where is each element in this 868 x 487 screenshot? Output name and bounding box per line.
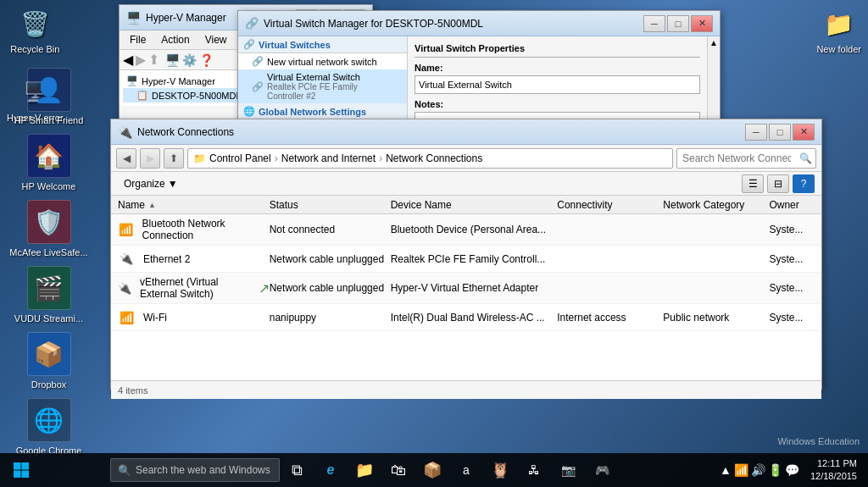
net-status-bar: 4 items xyxy=(111,380,821,399)
systray-network-icon[interactable]: 📶 xyxy=(734,463,748,477)
net-addressbar: ◀ ▶ ⬆ 📁 Control Panel › Network and Inte… xyxy=(111,145,821,172)
col-header-network-category[interactable]: Network Category xyxy=(663,199,769,211)
sidebar-icons: 👤 HP Smart Friend 🏠 HP Welcome 🛡️ McAfee… xyxy=(0,68,97,456)
breadcrumb-sep-1: › xyxy=(275,152,278,164)
taskbar-systray: ▲ 📶 🔊 🔋 💬 xyxy=(715,463,804,477)
vsm-global-icon: 🌐 xyxy=(243,106,255,117)
net-forward-button[interactable]: ▶ xyxy=(140,148,160,169)
col-header-status[interactable]: Status xyxy=(270,199,391,211)
vsm-name-label: Name: xyxy=(415,63,700,73)
conn-wifi-name: 📶 Wi-Fi xyxy=(118,309,270,326)
organize-button[interactable]: Organize ▼ xyxy=(118,175,184,192)
breadcrumb-network-internet[interactable]: Network and Internet xyxy=(281,152,376,164)
desktop-icon-new-folder[interactable]: 📁 New folder xyxy=(816,7,861,54)
vsm-ext-icon: 🔗 xyxy=(252,81,264,92)
sidebar-icon-vudu[interactable]: 🎬 VUDU Streami... xyxy=(4,266,93,324)
conn-vethernet-owner: Syste... xyxy=(769,282,815,294)
sidebar-icon-hp-smart-friend[interactable]: 👤 HP Smart Friend xyxy=(4,68,93,125)
svg-rect-3 xyxy=(22,471,30,479)
taskbar-explorer[interactable]: 📁 xyxy=(348,453,381,487)
taskbar-edge[interactable]: e xyxy=(314,453,348,487)
net-search-input[interactable] xyxy=(677,149,796,168)
conn-bluetooth-name: 📶 Bluetooth Network Connection xyxy=(118,218,270,241)
net-up-button[interactable]: ⬆ xyxy=(164,148,184,169)
conn-ethernet2-owner: Syste... xyxy=(769,253,815,265)
breadcrumb-control-panel[interactable]: Control Panel xyxy=(209,152,271,164)
organize-chevron-icon: ▼ xyxy=(168,178,178,190)
sidebar-icon-mcafee[interactable]: 🛡️ McAfee LiveSafe... xyxy=(4,200,93,257)
col-header-owner[interactable]: Owner xyxy=(769,199,815,211)
help-button[interactable]: ? xyxy=(793,174,815,193)
net-back-button[interactable]: ◀ xyxy=(116,148,136,169)
view-mode-button[interactable]: ☰ xyxy=(742,174,764,193)
net-search-icon[interactable]: 🔍 xyxy=(796,152,815,164)
sidebar-icon-hp-welcome[interactable]: 🏠 HP Welcome xyxy=(4,134,93,191)
vsm-minimize-button[interactable]: ─ xyxy=(643,15,665,32)
vsm-maximize-button[interactable]: □ xyxy=(667,15,689,32)
conn-bluetooth-device: Bluetooth Device (Personal Area... xyxy=(391,224,558,235)
vsm-titlebar: 🔗 Virtual Switch Manager for DESKTOP-5N0… xyxy=(238,11,720,36)
list-item[interactable]: 📶 Wi-Fi nanipuppy Intel(R) Dual Band Wir… xyxy=(111,304,821,331)
taskbar-search-box[interactable]: 🔍 Search the web and Windows xyxy=(110,458,280,482)
hyperv-menu-view[interactable]: View xyxy=(202,32,231,47)
hyperv-menu-file[interactable]: File xyxy=(126,32,149,47)
hyperv-toolbar-icon2[interactable]: ⚙️ xyxy=(182,53,197,67)
col-header-name[interactable]: Name ▲ xyxy=(118,199,270,211)
hyperv-back-btn[interactable]: ◀ xyxy=(123,52,133,68)
net-window-controls: ─ □ ✕ xyxy=(745,124,815,141)
vsm-close-button[interactable]: ✕ xyxy=(691,15,713,32)
hyperv-up-btn[interactable]: ⬆ xyxy=(148,52,159,68)
systray-expand-icon[interactable]: ▲ xyxy=(720,463,732,477)
taskbar-store[interactable]: 🛍 xyxy=(381,453,415,487)
hyperv-toolbar-icon[interactable]: 🖥️ xyxy=(165,53,180,67)
col-header-connectivity[interactable]: Connectivity xyxy=(557,199,663,211)
vethernet-icon: 🔌 xyxy=(118,279,131,296)
taskbar-network[interactable]: 🖧 xyxy=(517,453,551,487)
vsm-scroll-up[interactable]: ▲ xyxy=(708,36,720,49)
sidebar-icon-dropbox[interactable]: 📦 Dropbox xyxy=(4,332,93,390)
desktop-icon-recycle-bin[interactable]: 🗑️ Recycle Bin xyxy=(7,7,64,54)
net-maximize-button[interactable]: □ xyxy=(769,124,791,141)
systray-battery-icon[interactable]: 🔋 xyxy=(768,463,782,477)
net-connections-list: 📶 Bluetooth Network Connection Not conne… xyxy=(111,214,821,380)
vsm-vs-icon: 🔗 xyxy=(243,39,255,50)
taskbar-date: 12/18/2015 xyxy=(810,470,857,483)
conn-wifi-status: nanipuppy xyxy=(270,312,391,324)
net-address-path[interactable]: 📁 Control Panel › Network and Internet ›… xyxy=(187,148,673,169)
hyperv-toolbar-icon3[interactable]: ❓ xyxy=(199,53,214,67)
vsm-notes-label: Notes: xyxy=(415,99,700,109)
breadcrumb-network-connections[interactable]: Network Connections xyxy=(386,152,482,164)
vsm-external-switch-item[interactable]: 🔗 Virtual External Switch Realtek PCIe F… xyxy=(238,69,407,103)
systray-action-center-icon[interactable]: 💬 xyxy=(785,463,799,477)
taskbar-extra[interactable]: 🎮 xyxy=(585,453,619,487)
start-button[interactable] xyxy=(0,453,42,487)
vsm-new-switch-item[interactable]: 🔗 New virtual network switch xyxy=(238,53,407,69)
ethernet-icon: 🔌 xyxy=(118,251,135,268)
taskbar-amazon[interactable]: a xyxy=(449,453,483,487)
vsm-properties-title: Virtual Switch Properties xyxy=(415,43,700,58)
list-item[interactable]: 📶 Bluetooth Network Connection Not conne… xyxy=(111,214,821,246)
taskbar-tripadvisor[interactable]: 🦉 xyxy=(483,453,517,487)
hyperv-forward-btn[interactable]: ▶ xyxy=(136,52,146,68)
taskbar-camera[interactable]: 📷 xyxy=(551,453,585,487)
net-search-container: 🔍 xyxy=(676,148,816,169)
list-item[interactable]: 🔌 vEthernet (Virtual External Switch) ↗ … xyxy=(111,273,821,304)
taskbar-dropbox[interactable]: 📦 xyxy=(415,453,449,487)
view-details-button[interactable]: ⊟ xyxy=(767,174,789,193)
taskbar-time: 12:11 PM xyxy=(810,457,857,470)
systray-volume-icon[interactable]: 🔊 xyxy=(751,463,765,477)
net-minimize-button[interactable]: ─ xyxy=(745,124,767,141)
svg-rect-2 xyxy=(14,471,21,479)
col-header-device[interactable]: Device Name xyxy=(391,199,558,211)
taskbar-clock[interactable]: 12:11 PM 12/18/2015 xyxy=(804,457,864,484)
vsm-name-input[interactable] xyxy=(415,75,700,94)
hyperv-menu-action[interactable]: Action xyxy=(158,32,192,47)
net-title-area: 🔌 Network Connections xyxy=(118,125,745,139)
sidebar-icon-chrome[interactable]: 🌐 Google Chrome xyxy=(4,398,93,456)
bluetooth-icon: 📶 xyxy=(118,221,134,238)
net-close-button[interactable]: ✕ xyxy=(793,124,815,141)
svg-rect-0 xyxy=(14,462,21,470)
list-item[interactable]: 🔌 Ethernet 2 Network cable unplugged Rea… xyxy=(111,246,821,273)
taskbar-task-view[interactable]: ⧉ xyxy=(280,453,314,487)
wifi-icon: 📶 xyxy=(118,309,135,326)
